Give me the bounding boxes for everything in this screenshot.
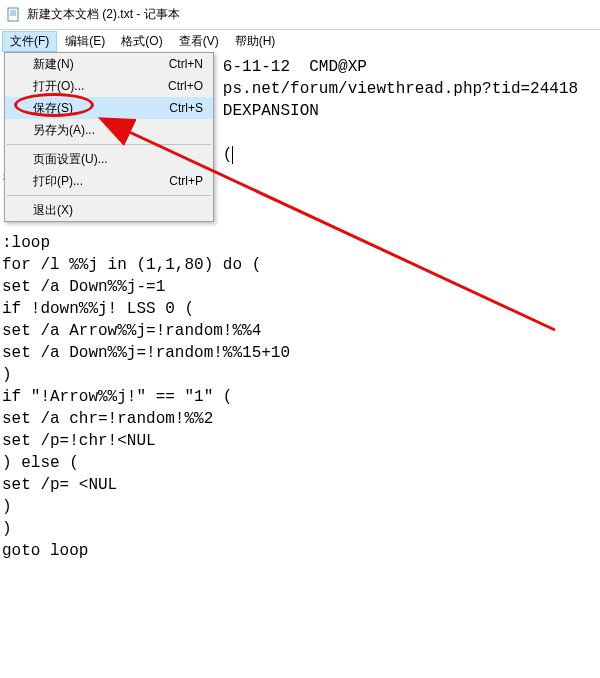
menu-item-shortcut: Ctrl+S xyxy=(169,101,203,115)
menu-item-label: 保存(S) xyxy=(33,100,159,117)
notepad-icon xyxy=(6,7,22,23)
editor-line: ) else ( xyxy=(2,452,600,474)
menu-separator xyxy=(7,195,211,196)
menu-item-label: 打开(O)... xyxy=(33,78,158,95)
menu-item-label: 页面设置(U)... xyxy=(33,151,193,168)
titlebar: 新建文本文档 (2).txt - 记事本 xyxy=(0,0,600,30)
editor-line: set /p= <NUL xyxy=(2,474,600,496)
title-text: 新建文本文档 (2).txt - 记事本 xyxy=(27,6,180,23)
menu-separator xyxy=(7,144,211,145)
menu-item-label: 打印(P)... xyxy=(33,173,159,190)
menu-item[interactable]: 页面设置(U)... xyxy=(5,148,213,170)
menu-item[interactable]: 新建(N)Ctrl+N xyxy=(5,53,213,75)
file-dropdown: 新建(N)Ctrl+N打开(O)...Ctrl+O保存(S)Ctrl+S另存为(… xyxy=(4,52,214,222)
menu-item-shortcut: Ctrl+O xyxy=(168,79,203,93)
editor-line: ) xyxy=(2,496,600,518)
menu-item[interactable]: 打开(O)...Ctrl+O xyxy=(5,75,213,97)
editor-line: set /a Down%%j-=1 xyxy=(2,276,600,298)
menubar: 文件(F) 编辑(E) 格式(O) 查看(V) 帮助(H) xyxy=(0,30,600,52)
menu-item-shortcut: Ctrl+P xyxy=(169,174,203,188)
editor-line: ) xyxy=(2,364,600,386)
menu-view[interactable]: 查看(V) xyxy=(171,31,227,52)
menu-item[interactable]: 保存(S)Ctrl+S xyxy=(5,97,213,119)
text-cursor xyxy=(232,146,233,164)
editor-line: if "!Arrow%%j!" == "1" ( xyxy=(2,386,600,408)
menu-item-label: 另存为(A)... xyxy=(33,122,193,139)
menu-item[interactable]: 另存为(A)... xyxy=(5,119,213,141)
editor-line: set /a Down%%j=!random!%%15+10 xyxy=(2,342,600,364)
editor-line: :loop xyxy=(2,232,600,254)
editor-line: set /a Arrow%%j=!random!%%4 xyxy=(2,320,600,342)
menu-edit[interactable]: 编辑(E) xyxy=(57,31,113,52)
editor-line: if !down%%j! LSS 0 ( xyxy=(2,298,600,320)
menu-help[interactable]: 帮助(H) xyxy=(227,31,284,52)
editor-line: set /a chr=!random!%%2 xyxy=(2,408,600,430)
editor-line: set /p=!chr!<NUL xyxy=(2,430,600,452)
menu-item-label: 新建(N) xyxy=(33,56,159,73)
editor-line: ) xyxy=(2,518,600,540)
menu-format[interactable]: 格式(O) xyxy=(113,31,170,52)
editor-line: for /l %%j in (1,1,80) do ( xyxy=(2,254,600,276)
menu-item-shortcut: Ctrl+N xyxy=(169,57,203,71)
menu-item-label: 退出(X) xyxy=(33,202,193,219)
editor-line: goto loop xyxy=(2,540,600,562)
menu-item[interactable]: 打印(P)...Ctrl+P xyxy=(5,170,213,192)
menu-file[interactable]: 文件(F) xyxy=(2,31,57,52)
menu-item[interactable]: 退出(X) xyxy=(5,199,213,221)
